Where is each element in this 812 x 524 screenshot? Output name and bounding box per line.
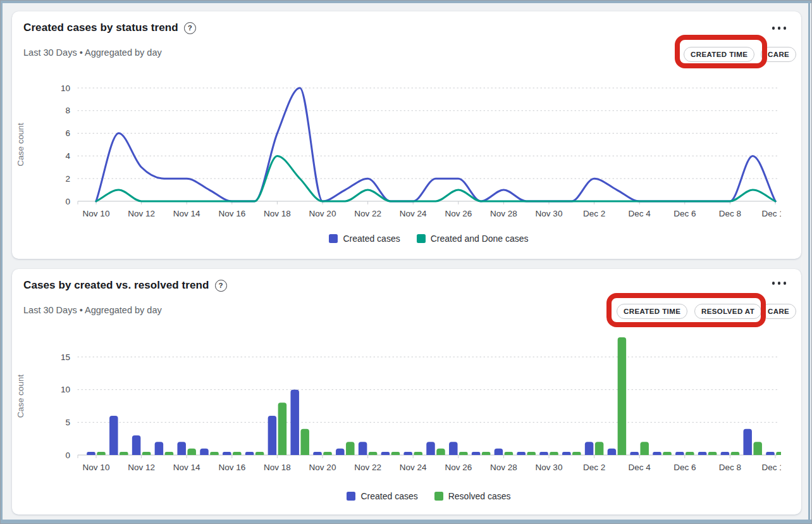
bar[interactable] <box>550 452 558 455</box>
bar[interactable] <box>640 442 648 455</box>
y-tick-label: 5 <box>65 418 70 427</box>
bar[interactable] <box>527 452 536 455</box>
field-tag-care[interactable]: CARE <box>761 304 796 319</box>
bar[interactable] <box>459 452 468 455</box>
bar[interactable] <box>200 449 209 455</box>
bar-chart-canvas[interactable]: 051015Nov 10Nov 12Nov 14Nov 16Nov 18Nov … <box>13 335 781 482</box>
bar[interactable] <box>346 442 355 455</box>
bar[interactable] <box>731 452 740 455</box>
bar[interactable] <box>177 442 186 455</box>
field-tag-created-time[interactable]: CREATED TIME <box>617 304 687 319</box>
field-tag-care[interactable]: CARE <box>761 47 796 62</box>
bar[interactable] <box>233 452 242 455</box>
card-subtitle: Last 30 Days • Aggregated by day <box>23 305 162 315</box>
bar[interactable] <box>608 449 617 455</box>
legend-item[interactable]: Resolved cases <box>434 491 511 501</box>
bar[interactable] <box>300 429 309 455</box>
y-tick-label: 8 <box>65 106 70 115</box>
legend-item[interactable]: Created cases <box>347 491 417 501</box>
legend-item[interactable]: Created cases <box>329 234 400 244</box>
bar[interactable] <box>482 452 491 455</box>
legend-label: Created cases <box>360 491 417 501</box>
bar[interactable] <box>630 452 639 455</box>
legend-label: Created cases <box>343 234 400 244</box>
field-tag-resolved-at[interactable]: RESOLVED AT <box>694 304 761 319</box>
x-tick-label: Dec 8 <box>719 463 741 472</box>
x-tick-label: Dec 8 <box>719 209 741 218</box>
x-tick-label: Nov 20 <box>309 209 336 218</box>
bar[interactable] <box>403 452 412 455</box>
bar[interactable] <box>120 452 128 455</box>
bar[interactable] <box>268 416 277 455</box>
help-icon[interactable]: ? <box>184 22 196 34</box>
more-options-icon[interactable] <box>772 27 787 30</box>
bar[interactable] <box>278 402 287 455</box>
bar[interactable] <box>391 452 400 455</box>
bar[interactable] <box>721 452 730 455</box>
bar[interactable] <box>766 452 775 455</box>
bar[interactable] <box>223 452 231 455</box>
bar[interactable] <box>505 452 514 455</box>
bar[interactable] <box>585 442 594 455</box>
bar[interactable] <box>686 452 694 455</box>
x-tick-label: Nov 14 <box>173 209 200 218</box>
bar[interactable] <box>155 442 164 455</box>
bar[interactable] <box>255 452 264 455</box>
bar[interactable] <box>562 452 571 455</box>
window-frame-left <box>1 1 3 523</box>
bar[interactable] <box>165 452 174 455</box>
bar[interactable] <box>675 452 684 455</box>
line-series[interactable] <box>96 88 775 201</box>
x-tick-label: Dec 6 <box>674 209 696 218</box>
bar[interactable] <box>426 442 435 455</box>
bar[interactable] <box>539 452 548 455</box>
bar[interactable] <box>369 452 378 455</box>
x-tick-label: Nov 12 <box>128 463 155 472</box>
bar[interactable] <box>572 452 581 455</box>
bar[interactable] <box>142 452 151 455</box>
bar[interactable] <box>359 442 367 455</box>
y-tick-label: 15 <box>61 352 70 362</box>
x-tick-label: Nov 18 <box>264 463 291 472</box>
bar[interactable] <box>109 416 118 455</box>
y-tick-label: 4 <box>65 151 70 161</box>
bar[interactable] <box>776 452 781 455</box>
more-options-icon[interactable] <box>772 282 787 285</box>
bar[interactable] <box>663 452 672 455</box>
bar[interactable] <box>187 449 196 455</box>
bar[interactable] <box>436 449 445 455</box>
bar[interactable] <box>618 337 627 455</box>
bar[interactable] <box>87 452 95 455</box>
bar[interactable] <box>653 452 661 455</box>
bar[interactable] <box>336 449 345 455</box>
bar[interactable] <box>290 390 299 455</box>
card-created-vs-resolved: Cases by created vs. resolved trend ? La… <box>12 269 801 515</box>
x-tick-label: Nov 20 <box>309 463 336 472</box>
bar[interactable] <box>414 452 422 455</box>
field-tag-created-time[interactable]: CREATED TIME <box>684 47 754 62</box>
y-tick-label: 2 <box>65 174 70 184</box>
bar[interactable] <box>495 449 503 455</box>
legend-item[interactable]: Created and Done cases <box>417 234 529 244</box>
x-tick-label: Nov 30 <box>536 209 563 218</box>
bar[interactable] <box>381 452 390 455</box>
bar[interactable] <box>97 452 106 455</box>
bar[interactable] <box>449 442 458 455</box>
help-icon[interactable]: ? <box>215 280 227 292</box>
bar[interactable] <box>517 452 526 455</box>
line-chart-canvas[interactable]: 0246810Nov 10Nov 12Nov 14Nov 16Nov 18Nov… <box>13 80 781 227</box>
bar[interactable] <box>708 452 717 455</box>
legend-swatch-icon <box>347 492 355 501</box>
bar[interactable] <box>323 452 332 455</box>
bar[interactable] <box>595 442 604 455</box>
bar[interactable] <box>743 429 752 455</box>
bar[interactable] <box>132 435 141 455</box>
bar[interactable] <box>313 452 322 455</box>
bar[interactable] <box>210 452 219 455</box>
bar[interactable] <box>698 452 707 455</box>
bar[interactable] <box>472 452 481 455</box>
window-frame-bottom <box>1 520 811 523</box>
bar[interactable] <box>753 442 762 455</box>
bar[interactable] <box>245 452 254 455</box>
window-frame-right <box>808 1 810 523</box>
